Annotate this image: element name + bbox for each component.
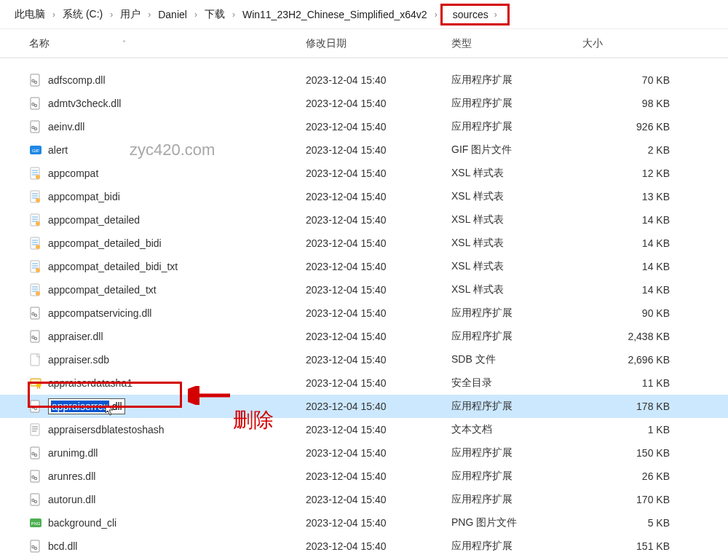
file-row[interactable]: autorun.dll2023-12-04 15:40应用程序扩展170 KB	[0, 488, 728, 511]
breadcrumb-item[interactable]: Win11_23H2_Chinese_Simplified_x64v2	[238, 7, 432, 22]
chevron-right-icon[interactable]: ›	[50, 9, 58, 20]
chevron-right-icon[interactable]: ›	[491, 9, 500, 20]
file-file-icon	[29, 353, 42, 366]
file-date: 2023-12-04 15:40	[306, 144, 451, 156]
breadcrumb-item[interactable]: 下载	[200, 7, 229, 23]
file-size: 178 KB	[582, 401, 684, 412]
breadcrumb-item[interactable]: Daniel	[154, 7, 191, 22]
svg-point-16	[36, 221, 40, 226]
svg-point-18	[36, 245, 40, 249]
file-size: 90 KB	[582, 307, 684, 319]
file-name: appcompat_detailed_txt	[48, 284, 157, 296]
chevron-right-icon[interactable]: ›	[229, 9, 238, 20]
dll-file-icon	[29, 74, 42, 87]
column-header-date[interactable]: 修改日期	[306, 37, 451, 50]
breadcrumb-item[interactable]: 此电脑	[10, 7, 50, 23]
file-row[interactable]: appraiser.sdb2023-12-04 15:40SDB 文件2,696…	[0, 348, 728, 371]
dll-file-icon	[29, 97, 42, 110]
file-row[interactable]: appcompat2023-12-04 15:40XSL 样式表12 KB	[0, 162, 728, 185]
file-row[interactable]: appraisersdblatestoshash2023-12-04 15:40…	[0, 418, 728, 441]
file-name: appcompat	[48, 167, 98, 179]
file-row[interactable]: appcompatservicing.dll2023-12-04 15:40应用…	[0, 301, 728, 325]
file-date: 2023-12-04 15:40	[306, 377, 451, 389]
sort-caret-icon: ˄	[122, 39, 126, 47]
file-type: 应用程序扩展	[451, 470, 582, 483]
cursor-icon	[105, 403, 115, 419]
file-row[interactable]: arunimg.dll2023-12-04 15:40应用程序扩展150 KB	[0, 441, 728, 465]
svg-point-22	[36, 291, 40, 296]
file-size: 12 KB	[582, 167, 684, 179]
file-size: 98 KB	[582, 98, 684, 109]
file-size: 11 KB	[582, 377, 684, 389]
file-name: arunres.dll	[48, 470, 95, 482]
dll-file-icon	[29, 540, 42, 553]
file-list: adfscomp.dll2023-12-04 15:40应用程序扩展70 KBa…	[0, 58, 728, 560]
dll-file-icon	[29, 446, 42, 460]
svg-point-20	[36, 268, 40, 272]
breadcrumb-item[interactable]: 用户	[116, 7, 145, 23]
cert-file-icon	[29, 376, 42, 390]
file-size: 2,438 KB	[582, 331, 684, 342]
file-size: 2 KB	[582, 144, 684, 156]
file-name: autorun.dll	[48, 494, 95, 505]
chevron-right-icon[interactable]: ›	[145, 9, 154, 20]
file-row[interactable]: arunres.dll2023-12-04 15:40应用程序扩展26 KB	[0, 465, 728, 488]
file-row[interactable]: GIFalert2023-12-04 15:40GIF 图片文件2 KB	[0, 138, 728, 162]
file-row[interactable]: appcompat_detailed2023-12-04 15:40XSL 样式…	[0, 208, 728, 232]
file-row[interactable]: PNGbackground_cli2023-12-04 15:40PNG 图片文…	[0, 511, 728, 535]
breadcrumb-item[interactable]: 系统 (C:)	[58, 7, 107, 23]
file-date: 2023-12-04 15:40	[306, 237, 451, 249]
file-row[interactable]: appraiser.dll2023-12-04 15:40应用程序扩展2,438…	[0, 325, 728, 348]
file-date: 2023-12-04 15:40	[306, 214, 451, 226]
file-row[interactable]: appcompat_detailed_bidi2023-12-04 15:40X…	[0, 232, 728, 255]
file-name: alert	[48, 144, 68, 156]
file-size: 13 KB	[582, 191, 684, 202]
file-size: 14 KB	[582, 214, 684, 226]
file-type: 安全目录	[451, 376, 582, 390]
file-date: 2023-12-04 15:40	[306, 494, 451, 505]
file-name: appraiserdatasha1	[48, 377, 132, 389]
file-type: 应用程序扩展	[451, 400, 582, 413]
file-row[interactable]: admtv3check.dll2023-12-04 15:40应用程序扩展98 …	[0, 92, 728, 115]
file-row[interactable]: appcompat_detailed_txt2023-12-04 15:40XS…	[0, 278, 728, 301]
xsl-file-icon	[29, 283, 42, 296]
file-size: 150 KB	[582, 447, 684, 459]
file-size: 14 KB	[582, 284, 684, 296]
breadcrumb-item-current[interactable]: sources	[450, 7, 491, 22]
xsl-file-icon	[29, 190, 42, 203]
file-name: appcompatservicing.dll	[48, 307, 151, 319]
file-date: 2023-12-04 15:40	[306, 447, 451, 459]
file-row[interactable]: appraiserres.dll2023-12-04 15:40应用程序扩展17…	[0, 395, 728, 418]
chevron-right-icon[interactable]: ›	[432, 9, 440, 20]
file-date: 2023-12-04 15:40	[306, 517, 451, 529]
file-row[interactable]: aeinv.dll2023-12-04 15:40应用程序扩展926 KB	[0, 115, 728, 138]
file-type: PNG 图片文件	[451, 516, 582, 529]
column-header-name[interactable]: 名称 ˄	[29, 37, 306, 50]
file-date: 2023-12-04 15:40	[306, 284, 451, 296]
file-row[interactable]: appcompat_detailed_bidi_txt2023-12-04 15…	[0, 255, 728, 278]
file-row[interactable]: bcd.dll2023-12-04 15:40应用程序扩展151 KB	[0, 535, 728, 558]
chevron-right-icon[interactable]: ›	[107, 9, 116, 20]
file-name: appraiser.dll	[48, 331, 103, 342]
file-name: background_cli	[48, 517, 116, 529]
file-row[interactable]: appraiserdatasha12023-12-04 15:40安全目录11 …	[0, 371, 728, 395]
xsl-file-icon	[29, 237, 42, 250]
xsl-file-icon	[29, 167, 42, 180]
png-file-icon: PNG	[29, 516, 42, 529]
svg-point-31	[36, 383, 41, 387]
file-type: XSL 样式表	[451, 213, 582, 226]
chevron-right-icon[interactable]: ›	[191, 9, 200, 20]
file-row[interactable]: appcompat_bidi2023-12-04 15:40XSL 样式表13 …	[0, 185, 728, 208]
svg-text:PNG: PNG	[31, 521, 40, 526]
svg-rect-35	[31, 424, 39, 435]
file-date: 2023-12-04 15:40	[306, 354, 451, 366]
file-type: 应用程序扩展	[451, 74, 582, 87]
file-date: 2023-12-04 15:40	[306, 121, 451, 133]
column-header-size[interactable]: 大小	[582, 37, 684, 50]
file-row[interactable]: adfscomp.dll2023-12-04 15:40应用程序扩展70 KB	[0, 68, 728, 92]
dll-file-icon	[29, 400, 42, 413]
file-type: 应用程序扩展	[451, 330, 582, 343]
column-header-type[interactable]: 类型	[451, 37, 582, 50]
file-name: admtv3check.dll	[48, 98, 121, 109]
file-type: 应用程序扩展	[451, 97, 582, 110]
